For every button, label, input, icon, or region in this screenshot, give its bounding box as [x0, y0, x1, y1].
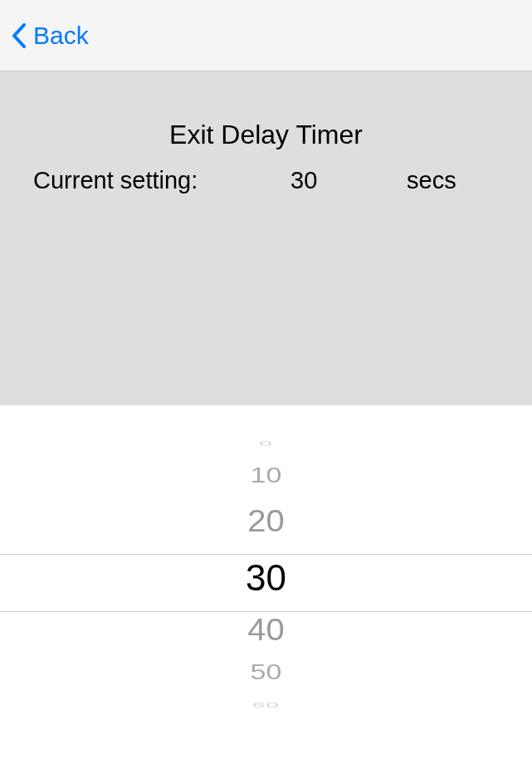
back-button[interactable]: Back [12, 22, 89, 50]
picker-item[interactable]: 10 [0, 463, 532, 487]
picker-item[interactable]: 20 [0, 504, 532, 538]
current-setting-label: Current setting: [33, 167, 290, 194]
picker-item[interactable]: 0 [0, 438, 532, 448]
current-setting-unit: secs [407, 167, 456, 194]
picker-item[interactable]: 50 [0, 660, 532, 684]
picker-item-selected[interactable]: 30 [0, 557, 532, 599]
timer-picker[interactable]: 0 10 20 30 40 50 60 [0, 405, 532, 764]
content-panel: Exit Delay Timer Current setting: 30 sec… [0, 71, 532, 405]
picker-item[interactable]: 60 [0, 700, 532, 709]
current-setting-row: Current setting: 30 secs [0, 167, 532, 194]
nav-bar: Back [0, 0, 532, 71]
back-label: Back [33, 22, 89, 50]
current-setting-value: 30 [290, 167, 407, 194]
picker-item[interactable]: 40 [0, 613, 532, 647]
page-title: Exit Delay Timer [0, 120, 532, 150]
picker-items: 0 10 20 30 40 50 60 [0, 405, 532, 764]
chevron-left-icon [12, 23, 27, 48]
